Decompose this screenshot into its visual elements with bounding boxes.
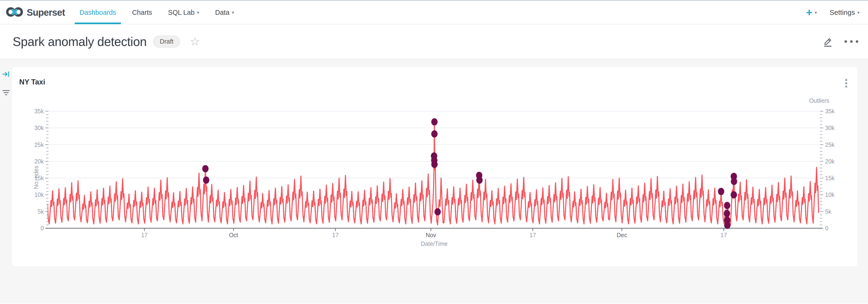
svg-text:0: 0 <box>825 225 828 231</box>
svg-text:10k: 10k <box>825 191 835 198</box>
chevron-down-icon: ▾ <box>815 10 817 15</box>
timeseries-chart: 005k5k10k10k15k15k20k20k25k25k30k30k35k3… <box>12 67 858 267</box>
chart-svg: 005k5k10k10k15k15k20k20k25k25k30k30k35k3… <box>12 67 858 267</box>
chevron-down-icon: ▾ <box>232 10 234 15</box>
header-right: + ▾ Settings ▾ <box>806 7 860 18</box>
chevron-down-icon: ▾ <box>197 10 199 15</box>
svg-text:17: 17 <box>141 232 148 238</box>
expand-filter-panel-icon[interactable] <box>2 70 10 79</box>
svg-text:17: 17 <box>721 232 727 238</box>
superset-logo-icon <box>6 6 24 19</box>
filter-icon[interactable] <box>2 89 10 98</box>
svg-text:25k: 25k <box>34 141 44 148</box>
status-badge: Draft <box>153 36 180 48</box>
svg-text:15k: 15k <box>825 175 835 181</box>
dashboard-canvas: NY Taxi 005k5k10k10k15k15k20k20k25k25k30… <box>0 59 868 304</box>
nav-item-dashboards[interactable]: Dashboards <box>75 1 121 24</box>
svg-text:Dec: Dec <box>617 232 627 238</box>
title-actions <box>822 36 859 47</box>
svg-text:Nov: Nov <box>426 232 436 238</box>
svg-text:20k: 20k <box>825 158 835 165</box>
nav-item-charts[interactable]: Charts <box>127 1 157 24</box>
plus-icon: + <box>806 7 812 18</box>
nav-item-data[interactable]: Data ▾ <box>211 1 239 24</box>
settings-menu[interactable]: Settings ▾ <box>830 8 860 17</box>
superset-brand[interactable]: Superset <box>6 6 65 19</box>
filter-rail <box>0 59 12 304</box>
chevron-down-icon: ▾ <box>857 10 860 15</box>
svg-text:No. rides: No. rides <box>33 166 39 189</box>
svg-text:20k: 20k <box>34 158 44 165</box>
edit-pencil-icon[interactable] <box>822 36 834 47</box>
svg-text:Date/Time: Date/Time <box>421 241 447 247</box>
svg-text:Oct: Oct <box>229 232 238 238</box>
svg-text:5k: 5k <box>825 208 832 215</box>
new-item-button[interactable]: + ▾ <box>806 7 817 18</box>
chart-card: NY Taxi 005k5k10k10k15k15k20k20k25k25k30… <box>12 67 858 267</box>
svg-text:35k: 35k <box>825 108 835 114</box>
svg-text:35k: 35k <box>34 108 44 114</box>
svg-text:17: 17 <box>530 232 536 238</box>
svg-text:30k: 30k <box>34 125 44 131</box>
brand-wordmark: Superset <box>27 7 65 18</box>
svg-text:17: 17 <box>332 232 339 238</box>
svg-text:25k: 25k <box>825 141 835 148</box>
svg-text:5k: 5k <box>38 208 44 215</box>
svg-text:Outliers: Outliers <box>809 98 829 104</box>
svg-text:0: 0 <box>40 225 44 231</box>
nav-item-sql-lab[interactable]: SQL Lab ▾ <box>163 1 204 24</box>
favorite-star-icon[interactable]: ☆ <box>190 36 200 47</box>
main-nav: Dashboards Charts SQL Lab ▾ Data ▾ <box>68 1 239 24</box>
app-header: Superset Dashboards Charts SQL Lab ▾ Dat… <box>0 1 868 24</box>
more-options-icon[interactable] <box>844 40 859 43</box>
dashboard-title-bar: Spark anomaly detection Draft ☆ <box>0 24 868 59</box>
svg-text:30k: 30k <box>825 125 835 131</box>
page-title: Spark anomaly detection <box>13 34 147 49</box>
svg-text:10k: 10k <box>34 191 44 198</box>
